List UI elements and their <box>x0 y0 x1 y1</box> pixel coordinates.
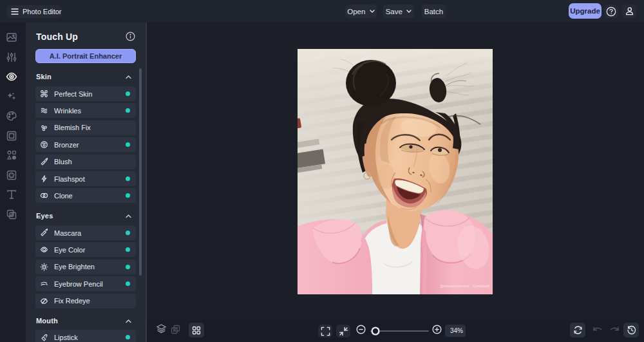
svg-text:@createeIement - Unsplash: @createeIement - Unsplash <box>440 283 490 288</box>
